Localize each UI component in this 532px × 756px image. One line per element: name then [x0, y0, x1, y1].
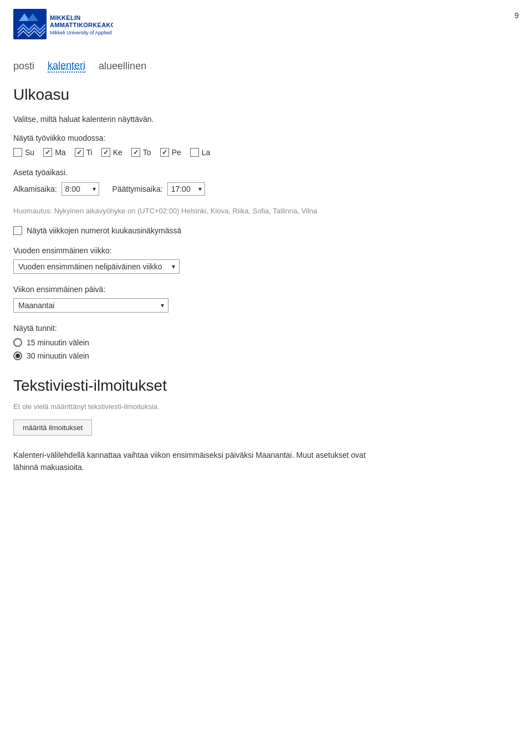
weekdays-row: Su Ma Ti Ke To [13, 148, 519, 157]
week-numbers-label: Näytä viikkojen numerot kuukausinäkymäss… [27, 226, 181, 235]
show-hours-section: Näytä tunnit: 15 minuutin välein 30 minu… [13, 324, 519, 360]
start-time-label: Alkamisaika: [13, 185, 57, 193]
day-item-ma: Ma [43, 148, 65, 157]
day-label-su: Su [25, 148, 34, 157]
footer-line1: Kalenteri-välilehdellä kannattaa vaihtaa… [13, 451, 366, 459]
show-hours-label: Näytä tunnit: [13, 324, 519, 333]
checkbox-la[interactable] [190, 148, 199, 157]
time-row: Alkamisaika: 8:00 9:00 10:00 Päättymisai… [13, 182, 519, 196]
first-week-label: Vuoden ensimmäinen viikko: [13, 246, 519, 255]
first-week-dropdown-wrapper: Vuoden ensimmäinen nelipäiväinen viikko … [13, 259, 180, 274]
work-time-section: Aseta työaikasi. Alkamisaika: 8:00 9:00 … [13, 168, 519, 196]
timezone-notice: Huomautus: Nykyinen aikavyöhyke on (UTC+… [13, 207, 519, 215]
radio-item-15min: 15 minuutin välein [13, 338, 519, 347]
radio-label-15min: 15 minuutin välein [27, 338, 89, 347]
day-label-pe: Pe [172, 148, 181, 157]
start-time-select[interactable]: 8:00 9:00 10:00 [62, 182, 99, 196]
first-day-select[interactable]: Maanantai Sunnuntai Lauantai [13, 298, 168, 313]
description-text: Valitse, miltä haluat kalenterin näyttäv… [13, 115, 519, 124]
day-item-la: La [190, 148, 211, 157]
start-time-field: Alkamisaika: 8:00 9:00 10:00 [13, 182, 99, 196]
radio-item-30min: 30 minuutin välein [13, 351, 519, 360]
section-title-sms: Tekstiviesti-ilmoitukset [13, 377, 519, 395]
week-numbers-row: Näytä viikkojen numerot kuukausinäkymäss… [13, 226, 519, 235]
start-time-select-wrapper: 8:00 9:00 10:00 [62, 182, 99, 196]
radio-label-30min: 30 minuutin välein [27, 351, 89, 360]
day-item-pe: Pe [160, 148, 181, 157]
day-item-ti: Ti [75, 148, 93, 157]
first-day-label: Viikon ensimmäinen päivä: [13, 285, 519, 294]
first-week-section: Vuoden ensimmäinen viikko: Vuoden ensimm… [13, 246, 519, 274]
end-time-field: Päättymisaika: 17:00 18:00 19:00 [112, 182, 205, 196]
checkbox-ti[interactable] [75, 148, 84, 157]
svg-text:Mikkeli University of Applied : Mikkeli University of Applied Sciences [50, 30, 113, 35]
end-time-select[interactable]: 17:00 18:00 19:00 [167, 182, 205, 196]
checkbox-ke[interactable] [101, 148, 110, 157]
day-label-ke: Ke [113, 148, 122, 157]
work-time-label: Aseta työaikasi. [13, 168, 519, 177]
sms-info-text: Et ole vielä määrittänyt tekstiviesti-il… [13, 402, 519, 411]
day-item-ke: Ke [101, 148, 122, 157]
checkbox-ma[interactable] [43, 148, 52, 157]
checkbox-pe[interactable] [160, 148, 169, 157]
end-time-label: Päättymisaika: [112, 185, 163, 193]
main-content: Ulkoasu Valitse, miltä haluat kalenterin… [0, 77, 532, 487]
weekdays-label: Näytä työviikko muodossa: [13, 134, 519, 142]
page-number: 9 [514, 9, 519, 20]
day-label-to: To [143, 148, 151, 157]
section-title-ulkoasu: Ulkoasu [13, 86, 519, 104]
svg-text:AMMATTIKORKEAKOULU: AMMATTIKORKEAKOULU [50, 22, 113, 28]
tab-alueellinen[interactable]: alueellinen [99, 60, 146, 72]
checkbox-to[interactable] [131, 148, 140, 157]
day-label-ti: Ti [86, 148, 93, 157]
tab-kalenteri[interactable]: kalenteri [48, 60, 85, 73]
first-day-section: Viikon ensimmäinen päivä: Maanantai Sunn… [13, 285, 519, 313]
end-time-select-wrapper: 17:00 18:00 19:00 [167, 182, 205, 196]
logo-area: MIKKELIN AMMATTIKORKEAKOULU Mikkeli Univ… [13, 9, 113, 42]
nav-tabs: posti kalenteri alueellinen [0, 47, 532, 77]
footer-text: Kalenteri-välilehdellä kannattaa vaihtaa… [13, 449, 519, 474]
first-day-dropdown-wrapper: Maanantai Sunnuntai Lauantai [13, 298, 168, 313]
tab-posti[interactable]: posti [13, 60, 34, 72]
configure-notifications-button[interactable]: määritä ilmoitukset [13, 420, 92, 436]
first-week-select[interactable]: Vuoden ensimmäinen nelipäiväinen viikko … [13, 259, 180, 274]
day-item-to: To [131, 148, 151, 157]
footer-line2: lähinnä makuasioita. [13, 463, 84, 472]
radio-15min[interactable] [13, 338, 22, 347]
header: MIKKELIN AMMATTIKORKEAKOULU Mikkeli Univ… [0, 0, 532, 47]
day-label-ma: Ma [55, 148, 65, 157]
checkbox-su[interactable] [13, 148, 22, 157]
radio-30min[interactable] [13, 351, 22, 360]
svg-text:MIKKELIN: MIKKELIN [50, 14, 81, 21]
day-item-su: Su [13, 148, 34, 157]
logo-svg: MIKKELIN AMMATTIKORKEAKOULU Mikkeli Univ… [13, 9, 113, 42]
checkbox-week-numbers[interactable] [13, 226, 22, 235]
day-label-la: La [202, 148, 211, 157]
